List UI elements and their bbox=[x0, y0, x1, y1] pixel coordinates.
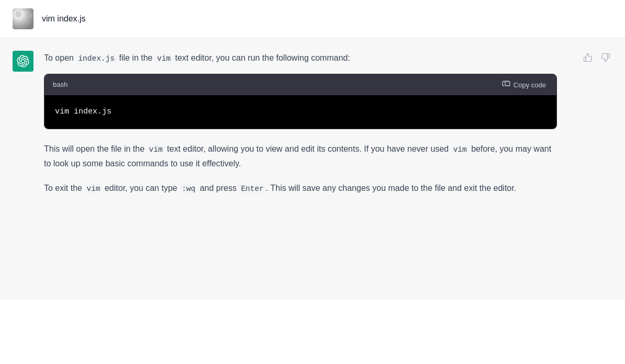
copy-code-button[interactable]: Copy code bbox=[500, 79, 548, 90]
p1-code-1: vim bbox=[147, 145, 165, 154]
user-message-text: vim index.js bbox=[42, 12, 86, 26]
user-avatar-image bbox=[13, 8, 34, 29]
thumbs-down-icon bbox=[601, 53, 610, 62]
p2-text-1: To exit the bbox=[44, 184, 84, 192]
intro-text-1: To open bbox=[44, 53, 76, 62]
openai-icon bbox=[17, 55, 29, 67]
p1-code-2: vim bbox=[451, 145, 469, 154]
p2-text-4: . This will save any changes you made to… bbox=[266, 184, 516, 192]
p2-text-3: and press bbox=[197, 184, 239, 192]
intro-text-3: text editor, you can run the following c… bbox=[173, 53, 350, 62]
assistant-content: To open index.js file in the vim text ed… bbox=[44, 51, 557, 206]
p2-code-3: Enter bbox=[239, 184, 266, 194]
p1-text-1: This will open the file in the bbox=[44, 144, 147, 153]
code-block-header: bash Copy code bbox=[44, 74, 556, 96]
intro-text-2: file in the bbox=[117, 53, 155, 62]
thumbs-up-button[interactable] bbox=[581, 51, 595, 66]
p2-text-2: editor, you can type bbox=[102, 184, 180, 192]
user-message-row: vim index.js bbox=[0, 0, 625, 38]
user-avatar bbox=[13, 8, 34, 29]
intro-code-2: vim bbox=[155, 54, 173, 63]
paragraph-1: This will open the file in the vim text … bbox=[44, 142, 557, 170]
clipboard-icon bbox=[502, 81, 510, 89]
assistant-intro-text: To open index.js file in the vim text ed… bbox=[44, 51, 557, 65]
code-block-wrapper: bash Copy code vim index.js bbox=[44, 74, 557, 130]
assistant-message-row: To open index.js file in the vim text ed… bbox=[0, 38, 625, 300]
code-lang-label: bash bbox=[53, 79, 68, 90]
code-text: vim index.js bbox=[55, 106, 546, 118]
thumbs-down-button[interactable] bbox=[599, 51, 612, 66]
code-block-body: vim index.js bbox=[44, 95, 556, 129]
assistant-avatar bbox=[13, 51, 34, 72]
feedback-buttons bbox=[581, 51, 612, 66]
p1-text-2: text editor, allowing you to view and ed… bbox=[165, 144, 451, 153]
intro-code-1: index.js bbox=[76, 54, 117, 63]
thumbs-up-icon bbox=[583, 53, 593, 62]
paragraph-2: To exit the vim editor, you can type :wq… bbox=[44, 181, 557, 196]
p2-code-1: vim bbox=[84, 184, 102, 194]
copy-code-label: Copy code bbox=[514, 81, 546, 89]
p2-code-2: :wq bbox=[180, 184, 197, 194]
